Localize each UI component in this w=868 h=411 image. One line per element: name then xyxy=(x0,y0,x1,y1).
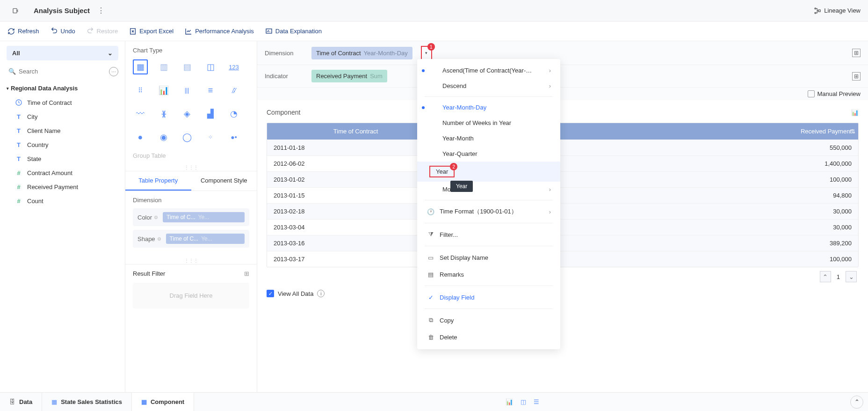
result-filter-drop-zone[interactable]: Drag Field Here xyxy=(133,283,249,308)
footer-tab-state-sales[interactable]: ▦ State Sales Statistics xyxy=(42,393,132,411)
page-prev-button[interactable]: ⌃ xyxy=(820,271,831,282)
dd-year-quarter[interactable]: Year-Quarter xyxy=(417,146,560,161)
field-time-of-contract[interactable]: Time of Contract xyxy=(7,95,118,110)
chart-icon[interactable]: 📊 xyxy=(851,109,859,116)
collapse-button[interactable]: ⌃ xyxy=(850,396,863,409)
field-state[interactable]: TState xyxy=(7,152,118,166)
table-row[interactable]: 2011-01-18550,000 xyxy=(267,140,858,156)
chart-type-kpi-card[interactable]: ◫ xyxy=(203,59,218,74)
table-row[interactable]: 2013-03-16389,200 xyxy=(267,235,858,251)
resize-handle-2[interactable]: ⋮⋮⋮ xyxy=(125,257,257,264)
list-icon[interactable]: ☰ xyxy=(534,398,539,405)
dd-copy[interactable]: ⧉ Copy xyxy=(417,312,560,329)
field-client-name[interactable]: TClient Name xyxy=(7,124,118,138)
callout-badge-2: 2 xyxy=(450,163,457,170)
add-dimension-button[interactable]: ⊞ xyxy=(852,49,861,57)
funnel-icon: ⧩ xyxy=(427,230,435,239)
chart-type-stacked-bar[interactable]: ≡ xyxy=(203,83,218,98)
dd-weeks[interactable]: Number of Weeks in Year xyxy=(417,115,560,131)
dd-set-display-name[interactable]: ▭ Set Display Name xyxy=(417,249,560,266)
dd-filter[interactable]: ⧩ Filter... xyxy=(417,226,560,243)
back-button[interactable] xyxy=(7,2,24,19)
footer-tab-component[interactable]: ▦ Component xyxy=(132,393,194,411)
table-row[interactable]: 2013-01-1594,800 xyxy=(267,188,858,204)
check-icon: ✓ xyxy=(427,293,435,301)
dd-year[interactable]: Year 2 xyxy=(417,161,560,182)
table-row[interactable]: 2013-02-1830,000 xyxy=(267,204,858,220)
color-dimension-pill[interactable]: Time of C...Ye... xyxy=(163,212,245,222)
field-type-icon: T xyxy=(15,113,22,120)
table-row[interactable]: 2013-03-0430,000 xyxy=(267,220,858,235)
dd-remarks[interactable]: ▤ Remarks xyxy=(417,266,560,283)
indicator-pill[interactable]: Received Payment Sum xyxy=(311,70,387,82)
note-icon: ▤ xyxy=(427,270,435,279)
chart-type-group-table[interactable]: ▦ xyxy=(133,59,148,74)
chevron-down-icon: ⌄ xyxy=(108,50,113,57)
dd-more[interactable]: More Year › xyxy=(417,182,560,197)
more-options-button[interactable]: ⋯ xyxy=(109,67,118,76)
chart-type-donut[interactable]: ◉ xyxy=(156,130,171,145)
field-country[interactable]: TCountry xyxy=(7,138,118,152)
chart-type-ring[interactable]: ◯ xyxy=(180,130,195,145)
tooltip: Year xyxy=(450,181,473,192)
undo-button[interactable]: Undo xyxy=(51,28,75,35)
dimension-pill[interactable]: Time of Contract Year-Month-Day xyxy=(311,47,412,59)
dd-time-format[interactable]: 🕐 Time Format（1900-01-01） › xyxy=(417,203,560,220)
dimension-dropdown-trigger[interactable]: ▾ 1 xyxy=(421,46,432,60)
manual-preview-checkbox[interactable] xyxy=(808,90,815,97)
chart-type-detail-table[interactable]: ▤ xyxy=(180,59,195,74)
view-all-checkbox[interactable]: ✓ xyxy=(267,290,274,297)
chart-type-number[interactable]: 123 xyxy=(226,59,241,74)
chart-type-grouped-bar[interactable]: ⫼ xyxy=(180,83,195,98)
search-icon: 🔍 xyxy=(8,68,16,75)
result-filter-label: Result Filter xyxy=(133,270,165,277)
search-input[interactable] xyxy=(19,68,103,75)
add-chart-icon[interactable]: 📊 xyxy=(506,398,513,405)
sort-icon[interactable]: ⇅ xyxy=(851,128,855,135)
tree-root[interactable]: ▾ Regional Data Analysis xyxy=(7,85,118,92)
chart-type-line[interactable]: 〰 xyxy=(133,106,148,121)
resize-handle[interactable]: ⋮⋮⋮ xyxy=(125,164,257,171)
page-next-button[interactable]: ⌄ xyxy=(846,271,857,282)
shape-dimension-pill[interactable]: Time of C...Ye... xyxy=(166,234,245,244)
info-icon[interactable]: i xyxy=(317,290,325,297)
export-excel-button[interactable]: Export Excel xyxy=(129,28,174,35)
field-contract-amount[interactable]: #Contract Amount xyxy=(7,166,118,180)
add-indicator-button[interactable]: ⊞ xyxy=(852,72,861,81)
dd-delete[interactable]: 🗑 Delete xyxy=(417,329,560,345)
chart-type-bubble[interactable]: ●• xyxy=(226,130,241,145)
dd-year-month[interactable]: Year-Month xyxy=(417,131,560,146)
color-label: Color ⚙ xyxy=(137,214,158,221)
dd-ascend[interactable]: Ascend(Time of Contract(Year-Mon... › xyxy=(417,63,560,78)
all-selector[interactable]: All ⌄ xyxy=(7,46,118,60)
chart-type-cross-table[interactable]: ▥ xyxy=(156,59,171,74)
lineage-view-button[interactable]: Lineage View xyxy=(814,7,861,15)
footer-tab-data[interactable]: 🗄 Data xyxy=(0,393,42,411)
chart-type-waterfall[interactable]: ⫽ xyxy=(226,83,241,98)
chart-type-pie[interactable]: ● xyxy=(133,130,148,145)
more-menu-button[interactable]: ⋮ xyxy=(97,6,105,15)
chart-type-multi-line[interactable]: ᚕ xyxy=(156,106,171,121)
layout-icon[interactable]: ◫ xyxy=(521,398,526,405)
table-row[interactable]: 2012-06-021,400,000 xyxy=(267,156,858,172)
filter-add-icon[interactable]: ⊞ xyxy=(244,270,249,277)
table-row[interactable]: 2013-03-17100,000 xyxy=(267,251,858,267)
chart-type-gauge[interactable]: ◔ xyxy=(226,106,241,121)
data-explanation-button[interactable]: Data Explanation xyxy=(265,28,322,35)
chart-type-scatter[interactable]: ⠿ xyxy=(133,83,148,98)
dd-display-field[interactable]: ✓ Display Field xyxy=(417,289,560,306)
tab-component-style[interactable]: Component Style xyxy=(191,171,257,191)
dd-descend[interactable]: Descend › xyxy=(417,78,560,94)
tab-table-property[interactable]: Table Property xyxy=(125,171,191,191)
chart-type-radar[interactable]: ◈ xyxy=(180,106,195,121)
chart-type-area[interactable]: ▟ xyxy=(203,106,218,121)
dd-year-month-day[interactable]: Year-Month-Day xyxy=(417,100,560,115)
field-received-payment[interactable]: #Received Payment xyxy=(7,180,118,194)
table-row[interactable]: 2013-01-02100,000 xyxy=(267,172,858,188)
refresh-button[interactable]: Refresh xyxy=(7,28,39,35)
chart-type-bar[interactable]: 📊 xyxy=(156,83,171,98)
field-city[interactable]: TCity xyxy=(7,110,118,124)
field-count[interactable]: #Count xyxy=(7,194,118,208)
performance-analysis-button[interactable]: Performance Analysis xyxy=(185,28,254,35)
chart-type-dots[interactable]: ⁘ xyxy=(203,130,218,145)
